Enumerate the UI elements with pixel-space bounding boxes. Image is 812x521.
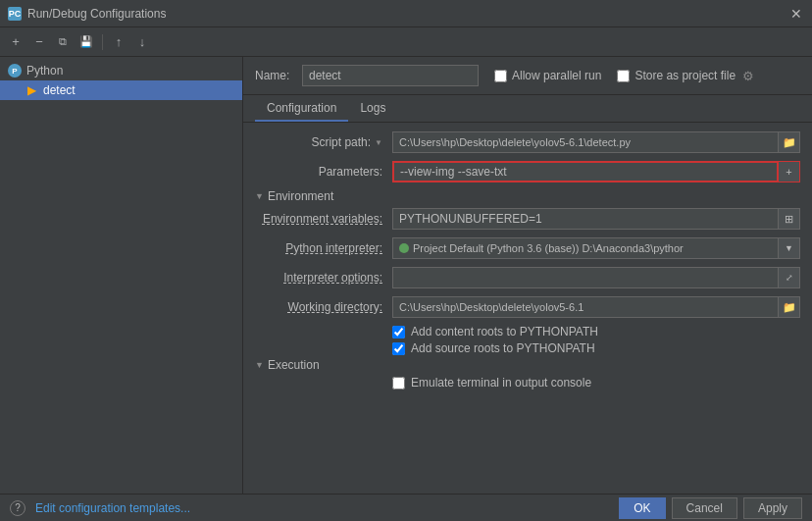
move-up-button[interactable]: ↑ xyxy=(109,32,128,52)
script-path-label-container: Script path: ▼ xyxy=(255,135,392,149)
store-as-project-checkbox[interactable] xyxy=(617,70,630,82)
env-variables-label: Environment variables: xyxy=(255,212,392,226)
add-source-roots-checkbox[interactable] xyxy=(392,342,405,355)
interpreter-dropdown-button[interactable]: ▼ xyxy=(779,237,800,259)
parameters-input[interactable] xyxy=(392,161,779,182)
store-gear-icon[interactable]: ⚙ xyxy=(742,69,754,83)
sidebar-section: P Python ▶ detect xyxy=(0,57,242,104)
title-bar-left: PC Run/Debug Configurations xyxy=(8,7,166,21)
parameters-add-button[interactable]: + xyxy=(779,161,800,182)
parameters-row: Parameters: + xyxy=(255,160,800,183)
working-directory-browse-button[interactable]: 📁 xyxy=(779,296,800,318)
close-button[interactable]: ✕ xyxy=(788,6,804,22)
env-section-arrow[interactable]: ▼ xyxy=(255,191,264,201)
toolbar-separator xyxy=(102,34,103,50)
script-path-field-group: 📁 xyxy=(392,131,800,153)
cancel-button[interactable]: Cancel xyxy=(672,497,737,519)
env-variables-row: Environment variables: ⊞ xyxy=(255,207,800,231)
tab-configuration[interactable]: Configuration xyxy=(255,95,348,122)
name-input[interactable] xyxy=(302,65,479,86)
app-icon: PC xyxy=(8,7,22,21)
parameters-field-group: + xyxy=(392,161,800,182)
bottom-bar: ? Edit configuration templates... OK Can… xyxy=(0,494,812,521)
python-interpreter-row: Python interpreter: Project Default (Pyt… xyxy=(255,236,800,260)
tab-logs[interactable]: Logs xyxy=(348,95,397,122)
add-config-button[interactable]: + xyxy=(6,32,25,52)
allow-parallel-label: Allow parallel run xyxy=(512,69,601,82)
save-config-button[interactable]: 💾 xyxy=(76,32,96,52)
add-content-roots-row: Add content roots to PYTHONPATH xyxy=(392,325,800,339)
exec-section-label: Execution xyxy=(268,358,320,372)
emulate-terminal-label: Emulate terminal in output console xyxy=(411,376,591,390)
interpreter-options-input[interactable] xyxy=(392,267,779,288)
sidebar: P Python ▶ detect xyxy=(0,57,243,494)
add-source-roots-label: Add source roots to PYTHONPATH xyxy=(411,341,595,355)
bottom-right-buttons: OK Cancel Apply xyxy=(619,497,802,519)
sidebar-item-detect[interactable]: ▶ detect xyxy=(0,80,242,100)
help-button[interactable]: ? xyxy=(10,500,25,516)
interpreter-options-field-group: ⤢ xyxy=(392,267,800,288)
add-source-roots-row: Add source roots to PYTHONPATH xyxy=(392,341,800,355)
remove-config-button[interactable]: − xyxy=(29,32,49,52)
add-content-roots-checkbox[interactable] xyxy=(392,326,405,339)
title-bar: PC Run/Debug Configurations ✕ xyxy=(0,0,812,27)
execution-section-header: ▼ Execution xyxy=(255,358,800,372)
apply-button[interactable]: Apply xyxy=(743,497,802,519)
working-directory-field-group: 📁 xyxy=(392,296,800,318)
interpreter-options-label: Interpreter options: xyxy=(255,271,392,285)
script-path-browse-button[interactable]: 📁 xyxy=(779,131,800,153)
interpreter-options-expand-button[interactable]: ⤢ xyxy=(779,267,800,288)
edit-templates-link[interactable]: Edit configuration templates... xyxy=(35,501,190,515)
script-path-row: Script path: ▼ 📁 xyxy=(255,130,800,154)
name-label: Name: xyxy=(255,69,294,82)
copy-config-button[interactable]: ⧉ xyxy=(53,32,73,52)
tabs-row: Configuration Logs xyxy=(243,95,812,123)
python-group-icon: P xyxy=(8,64,22,78)
python-interpreter-display[interactable]: Project Default (Python 3.6 (base)) D:\A… xyxy=(392,237,779,259)
right-panel: Name: Allow parallel run Store as projec… xyxy=(243,57,812,494)
exec-section-arrow[interactable]: ▼ xyxy=(255,360,264,370)
python-interpreter-label: Python interpreter: xyxy=(255,241,392,255)
main-layout: P Python ▶ detect Name: Allow parallel r… xyxy=(0,57,812,494)
title-text: Run/Debug Configurations xyxy=(27,7,166,21)
store-as-project-label: Store as project file xyxy=(634,69,736,82)
env-variables-input[interactable] xyxy=(392,208,779,230)
emulate-terminal-row: Emulate terminal in output console xyxy=(392,376,800,390)
env-variables-field-group: ⊞ xyxy=(392,208,800,230)
allow-parallel-checkbox[interactable] xyxy=(494,70,507,82)
interpreter-value: Project Default (Python 3.6 (base)) D:\A… xyxy=(413,242,684,254)
env-variables-edit-button[interactable]: ⊞ xyxy=(779,208,800,230)
add-content-roots-label: Add content roots to PYTHONPATH xyxy=(411,325,598,339)
env-section-label: Environment xyxy=(268,189,333,203)
detect-run-icon: ▶ xyxy=(25,83,38,97)
emulate-terminal-checkbox[interactable] xyxy=(392,377,405,390)
interpreter-status-icon xyxy=(399,243,409,253)
script-path-input[interactable] xyxy=(392,131,779,153)
environment-section-header: ▼ Environment xyxy=(255,189,800,203)
script-path-dropdown-arrow[interactable]: ▼ xyxy=(375,138,382,147)
toolbar: + − ⧉ 💾 ↑ ↓ xyxy=(0,27,812,57)
working-directory-input[interactable] xyxy=(392,296,779,318)
name-row: Name: Allow parallel run Store as projec… xyxy=(243,57,812,95)
working-directory-row: Working directory: 📁 xyxy=(255,295,800,319)
store-as-project-group: Store as project file ⚙ xyxy=(617,69,754,83)
config-content: Script path: ▼ 📁 Parameters: + ▼ E xyxy=(243,123,812,494)
move-down-button[interactable]: ↓ xyxy=(132,32,152,52)
ok-button[interactable]: OK xyxy=(619,497,665,519)
script-path-label: Script path: xyxy=(311,135,371,149)
allow-parallel-group: Allow parallel run xyxy=(494,69,601,82)
parameters-label: Parameters: xyxy=(255,165,392,179)
interpreter-options-row: Interpreter options: ⤢ xyxy=(255,266,800,289)
sidebar-item-python-group[interactable]: P Python xyxy=(0,61,242,80)
sidebar-detect-label: detect xyxy=(43,83,76,97)
working-directory-label: Working directory: xyxy=(255,300,392,314)
sidebar-group-label: Python xyxy=(26,64,63,78)
python-interpreter-field-group: Project Default (Python 3.6 (base)) D:\A… xyxy=(392,237,800,259)
